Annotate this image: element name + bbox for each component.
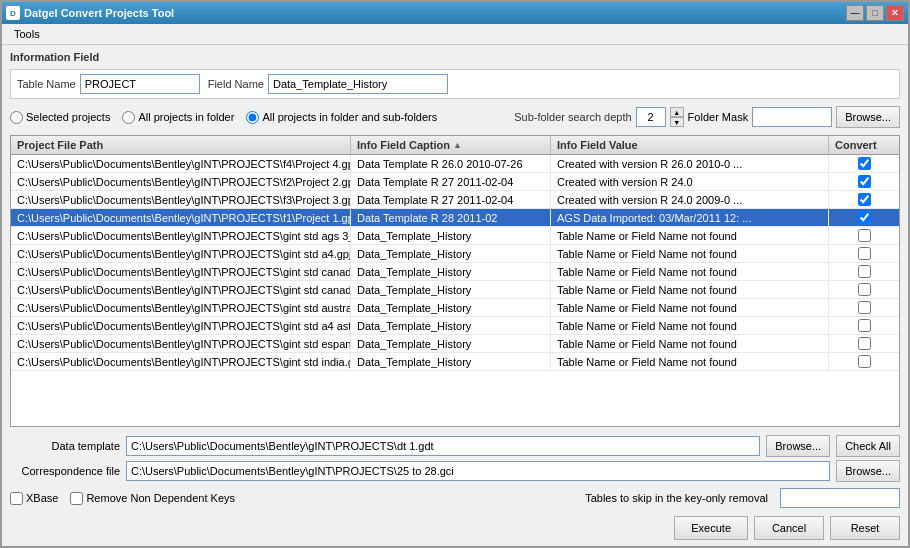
convert-checkbox[interactable] [858,157,871,170]
spin-down[interactable]: ▼ [670,117,684,127]
app-icon: D [6,6,20,20]
cell-value: Table Name or Field Name not found [551,227,829,244]
convert-checkbox[interactable] [858,247,871,260]
table-row[interactable]: C:\Users\Public\Documents\Bentley\gINT\P… [11,263,899,281]
col-header-path: Project File Path [11,136,351,154]
data-template-input[interactable] [126,436,760,456]
cell-convert[interactable] [829,173,899,190]
table-name-input[interactable] [80,74,200,94]
cell-convert[interactable] [829,281,899,298]
remove-keys-checkbox-group[interactable]: Remove Non Dependent Keys [70,492,235,505]
cell-path: C:\Users\Public\Documents\Bentley\gINT\P… [11,191,351,208]
subfolder-depth-input[interactable] [636,107,666,127]
title-bar-left: D Datgel Convert Projects Tool [6,6,174,20]
cell-caption: Data Template R 27 2011-02-04 [351,191,551,208]
correspondence-browse-button[interactable]: Browse... [836,460,900,482]
radio-all-subfolders[interactable]: All projects in folder and sub-folders [246,111,437,124]
cell-caption: Data_Template_History [351,227,551,244]
main-content: Information Field Table Name Field Name … [2,45,908,546]
subfolder-spinner: ▲ ▼ [670,107,684,127]
cell-convert[interactable] [829,155,899,172]
data-template-browse-button[interactable]: Browse... [766,435,830,457]
cell-convert[interactable] [829,317,899,334]
close-button[interactable]: ✕ [886,5,904,21]
cell-convert[interactable] [829,353,899,370]
convert-checkbox[interactable] [858,211,871,224]
table-row[interactable]: C:\Users\Public\Documents\Bentley\gINT\P… [11,245,899,263]
sort-icon: ▲ [453,140,462,150]
folder-mask-label: Folder Mask [688,111,749,123]
xbase-checkbox-group[interactable]: XBase [10,492,58,505]
convert-checkbox[interactable] [858,301,871,314]
cancel-button[interactable]: Cancel [754,516,824,540]
table-row[interactable]: C:\Users\Public\Documents\Bentley\gINT\P… [11,281,899,299]
xbase-checkbox[interactable] [10,492,23,505]
cell-convert[interactable] [829,263,899,280]
cell-convert[interactable] [829,245,899,262]
cell-caption: Data Template R 27 2011-02-04 [351,173,551,190]
convert-checkbox[interactable] [858,283,871,296]
cell-path: C:\Users\Public\Documents\Bentley\gINT\P… [11,155,351,172]
cell-caption: Data_Template_History [351,335,551,352]
convert-checkbox[interactable] [858,265,871,278]
table-row[interactable]: C:\Users\Public\Documents\Bentley\gINT\P… [11,335,899,353]
table-row[interactable]: C:\Users\Public\Documents\Bentley\gINT\P… [11,353,899,371]
radio-selected-projects[interactable]: Selected projects [10,111,110,124]
convert-checkbox[interactable] [858,319,871,332]
convert-checkbox[interactable] [858,355,871,368]
convert-checkbox[interactable] [858,337,871,350]
minimize-button[interactable]: — [846,5,864,21]
maximize-button[interactable]: □ [866,5,884,21]
cell-convert[interactable] [829,227,899,244]
correspondence-row: Correspondence file Browse... [10,460,900,482]
cell-value: Table Name or Field Name not found [551,299,829,316]
cell-path: C:\Users\Public\Documents\Bentley\gINT\P… [11,335,351,352]
col-header-convert: Convert [829,136,899,154]
reset-button[interactable]: Reset [830,516,900,540]
remove-keys-checkbox[interactable] [70,492,83,505]
radio-all-in-folder[interactable]: All projects in folder [122,111,234,124]
bottom-section: Data template Browse... Check All Corres… [10,431,900,540]
field-name-input[interactable] [268,74,448,94]
cell-convert[interactable] [829,299,899,316]
table-row[interactable]: C:\Users\Public\Documents\Bentley\gINT\P… [11,299,899,317]
folder-mask-input[interactable] [752,107,832,127]
convert-checkbox[interactable] [858,193,871,206]
cell-value: Table Name or Field Name not found [551,335,829,352]
spin-up[interactable]: ▲ [670,107,684,117]
execute-button[interactable]: Execute [674,516,748,540]
col-header-caption[interactable]: Info Field Caption ▲ [351,136,551,154]
field-name-label: Field Name [208,78,264,90]
correspondence-input[interactable] [126,461,830,481]
radio-row: Selected projects All projects in folder… [10,103,900,131]
skip-label: Tables to skip in the key-only removal [585,492,768,504]
cell-convert[interactable] [829,335,899,352]
cell-path: C:\Users\Public\Documents\Bentley\gINT\P… [11,227,351,244]
cell-value: Table Name or Field Name not found [551,263,829,280]
cell-convert[interactable] [829,191,899,208]
cell-path: C:\Users\Public\Documents\Bentley\gINT\P… [11,209,351,226]
table-header: Project File Path Info Field Caption ▲ I… [11,136,899,155]
table-row[interactable]: C:\Users\Public\Documents\Bentley\gINT\P… [11,155,899,173]
table-row[interactable]: C:\Users\Public\Documents\Bentley\gINT\P… [11,173,899,191]
cell-value: Created with version R 24.0 [551,173,829,190]
table-row[interactable]: C:\Users\Public\Documents\Bentley\gINT\P… [11,209,899,227]
convert-checkbox[interactable] [858,175,871,188]
convert-checkbox[interactable] [858,229,871,242]
cell-value: Created with version R 24.0 2009-0 ... [551,191,829,208]
menu-bar: Tools [2,24,908,45]
cell-convert[interactable] [829,209,899,226]
check-all-button[interactable]: Check All [836,435,900,457]
table-row[interactable]: C:\Users\Public\Documents\Bentley\gINT\P… [11,227,899,245]
subfolder-depth-group: Sub-folder search depth ▲ ▼ Folder Mask … [514,106,900,128]
cell-path: C:\Users\Public\Documents\Bentley\gINT\P… [11,173,351,190]
cell-caption: Data Template R 28 2011-02 [351,209,551,226]
menu-tools[interactable]: Tools [8,26,46,42]
cell-value: Table Name or Field Name not found [551,353,829,370]
table-row[interactable]: C:\Users\Public\Documents\Bentley\gINT\P… [11,191,899,209]
cell-caption: Data_Template_History [351,245,551,262]
table-name-group: Table Name [17,74,200,94]
table-row[interactable]: C:\Users\Public\Documents\Bentley\gINT\P… [11,317,899,335]
skip-input[interactable] [780,488,900,508]
folder-mask-browse-button[interactable]: Browse... [836,106,900,128]
